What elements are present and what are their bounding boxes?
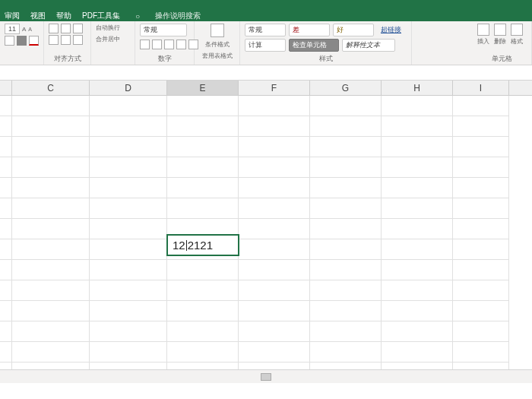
table-row — [0, 137, 532, 157]
table-row — [0, 280, 532, 301]
border-icon[interactable] — [5, 36, 14, 46]
increase-font-icon[interactable]: A — [22, 26, 26, 33]
style-check-cell[interactable]: 检查单元格 — [289, 39, 339, 52]
table-row — [0, 96, 532, 116]
tab-pdf[interactable]: PDF工具集 — [82, 11, 120, 21]
align-top-icon[interactable] — [49, 24, 59, 33]
style-calc[interactable]: 计算 — [245, 39, 286, 52]
cond-format-icon[interactable] — [211, 24, 224, 37]
col-header-f[interactable]: F — [239, 81, 310, 95]
col-header-b[interactable] — [0, 81, 12, 95]
insert-icon[interactable] — [477, 24, 489, 36]
table-row — [0, 260, 532, 280]
title-bar — [0, 0, 532, 11]
style-bad[interactable]: 差 — [289, 24, 330, 36]
col-header-h[interactable]: H — [382, 81, 453, 95]
col-header-d[interactable]: D — [90, 81, 167, 95]
column-headers: C D E F G H I — [0, 81, 532, 96]
percent-icon[interactable] — [152, 40, 162, 49]
ribbon: 11 A A — [0, 21, 532, 65]
group-font: 11 A A — [0, 21, 44, 65]
tell-me-icon: ○ — [135, 12, 140, 21]
formula-bar[interactable] — [0, 65, 532, 81]
table-row — [0, 116, 532, 137]
group-wrap: 自动换行 合并居中 — [91, 21, 135, 65]
decrease-font-icon[interactable]: A — [28, 27, 32, 32]
ribbon-tabs: 审阅 视图 帮助 PDF工具集 ○ 操作说明搜索 — [0, 11, 532, 21]
table-row — [0, 239, 532, 260]
group-styles-label: 样式 — [245, 54, 407, 64]
insert-button[interactable]: 插入 — [477, 37, 489, 46]
format-icon[interactable] — [511, 24, 523, 36]
font-color-icon[interactable] — [29, 36, 39, 46]
table-row — [0, 178, 532, 198]
table-row — [0, 321, 532, 342]
merge-center-button[interactable]: 合并居中 — [96, 35, 120, 43]
table-row — [0, 157, 532, 178]
group-cond-format: 条件格式 套用表格式 — [195, 21, 240, 65]
group-alignment-label: 对齐方式 — [49, 54, 86, 64]
worksheet[interactable]: C D E F G H I 122121 — [0, 81, 532, 383]
table-format-button[interactable]: 套用表格式 — [202, 52, 233, 60]
number-format-dropdown[interactable]: 常规 — [140, 24, 187, 36]
align-center-icon[interactable] — [61, 35, 71, 45]
group-number: 常规 数字 — [135, 21, 195, 65]
group-alignment: 对齐方式 — [44, 21, 91, 65]
wrap-text-button[interactable]: 自动换行 — [96, 24, 120, 32]
align-mid-icon[interactable] — [61, 24, 71, 33]
group-cells-label: 单元格 — [477, 54, 527, 64]
horizontal-scroll-thumb[interactable] — [261, 373, 271, 381]
font-size-box[interactable]: 11 — [5, 24, 20, 34]
table-row — [0, 198, 532, 219]
tab-help[interactable]: 帮助 — [56, 11, 71, 21]
delete-button[interactable]: 删除 — [494, 37, 506, 46]
style-explain[interactable]: 解释性文本 — [342, 39, 395, 52]
status-bar — [0, 369, 532, 383]
inc-decimal-icon[interactable] — [176, 40, 186, 49]
group-number-label: 数字 — [140, 54, 189, 64]
col-header-g[interactable]: G — [310, 81, 382, 95]
style-good[interactable]: 好 — [333, 24, 374, 36]
tab-view[interactable]: 视图 — [30, 11, 46, 21]
table-row — [0, 342, 532, 363]
style-normal[interactable]: 常规 — [245, 24, 286, 36]
align-right-icon[interactable] — [73, 35, 83, 45]
table-row — [0, 301, 532, 321]
group-styles: 常规 差 好 超链接 计算 检查单元格 解释性文本 样式 — [240, 21, 412, 65]
align-bot-icon[interactable] — [73, 24, 83, 33]
tab-review[interactable]: 审阅 — [5, 11, 20, 21]
col-header-i[interactable]: I — [453, 81, 509, 95]
table-row — [0, 219, 532, 239]
grid-body[interactable]: 122121 — [0, 96, 532, 383]
group-cells: 插入 删除 格式 单元格 — [473, 21, 532, 65]
col-header-e[interactable]: E — [167, 81, 239, 95]
currency-icon[interactable] — [140, 40, 150, 49]
cond-format-button[interactable]: 条件格式 — [205, 40, 230, 49]
align-left-icon[interactable] — [49, 35, 59, 45]
delete-icon[interactable] — [494, 24, 506, 36]
fill-color-icon[interactable] — [17, 36, 27, 46]
tell-me[interactable]: 操作说明搜索 — [155, 11, 201, 21]
col-header-c[interactable]: C — [12, 81, 90, 95]
style-hyperlink[interactable]: 超链接 — [377, 24, 410, 36]
comma-icon[interactable] — [164, 40, 174, 49]
format-button[interactable]: 格式 — [511, 37, 523, 46]
